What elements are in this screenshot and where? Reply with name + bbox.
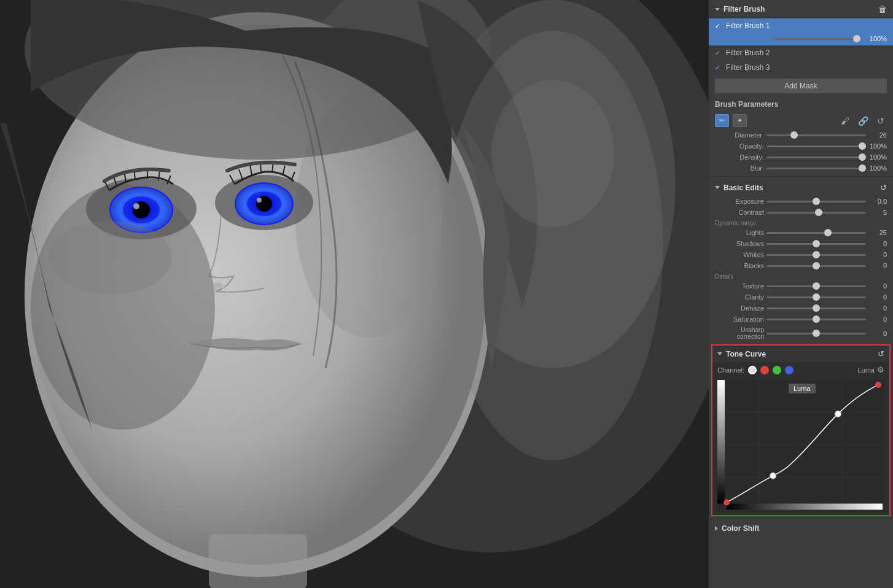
luma-label: Luma [857, 366, 875, 374]
saturation-row: Saturation 0 [709, 314, 893, 325]
clarity-slider-container [766, 296, 866, 298]
exposure-slider-container [766, 201, 866, 203]
exposure-slider[interactable] [766, 201, 866, 203]
contrast-label: Contrast [715, 209, 764, 216]
lights-slider-container [766, 232, 866, 234]
filter-brush-3-item[interactable]: ✓ Filter Brush 3 [709, 60, 893, 75]
channel-label: Channel: [717, 366, 744, 374]
brush-params-section: Brush Parameters ✏ ✦ 🖌 🔗 ↺ Diameter: 26 … [709, 97, 893, 174]
unsharp-row: Unsharp correction 0 [709, 325, 893, 342]
blacks-slider-container [766, 265, 866, 267]
contrast-slider[interactable] [766, 212, 866, 214]
blacks-label: Blacks [715, 262, 764, 269]
blacks-slider[interactable] [766, 265, 866, 267]
lights-value: 25 [868, 229, 887, 236]
blur-label: Blur: [715, 164, 764, 172]
basic-edits-undo-icon[interactable]: ↺ [880, 183, 887, 192]
brush-opacity-slider[interactable] [774, 38, 860, 40]
opacity-slider[interactable] [766, 145, 866, 147]
curve-anchor-start[interactable] [723, 499, 730, 505]
unsharp-label: Unsharp correction [715, 327, 764, 340]
lights-label: Lights [715, 229, 764, 236]
channel-red-dot[interactable] [760, 366, 769, 374]
trash-icon[interactable]: 🗑 [878, 4, 887, 14]
saturation-value: 0 [868, 315, 887, 323]
add-mask-button[interactable]: Add Mask [715, 79, 887, 93]
svg-point-36 [49, 221, 172, 295]
details-label: Details [709, 271, 893, 280]
diameter-row: Diameter: 26 [709, 130, 893, 141]
clarity-slider[interactable] [766, 296, 866, 298]
whites-slider[interactable] [766, 254, 866, 256]
shadows-value: 0 [868, 240, 887, 247]
svg-rect-47 [727, 503, 883, 509]
channel-green-dot[interactable] [773, 366, 781, 374]
color-shift-collapse-icon[interactable] [715, 526, 718, 531]
dehaze-slider[interactable] [766, 308, 866, 309]
brush-paint-btn[interactable]: 🖌 [838, 115, 852, 127]
clarity-value: 0 [868, 293, 887, 301]
brush-tool-erase[interactable]: ✦ [733, 114, 747, 127]
saturation-slider[interactable] [766, 319, 866, 320]
svg-point-39 [491, 80, 614, 227]
brush-undo-btn[interactable]: ↺ [875, 115, 887, 127]
filter-brush-2-label: Filter Brush 2 [726, 48, 887, 57]
lights-slider[interactable] [766, 232, 866, 234]
density-slider-container [766, 157, 866, 158]
channel-white-dot[interactable] [748, 366, 757, 374]
filter-brush-1-item[interactable]: ✓ Filter Brush 1 [709, 18, 893, 33]
exposure-label: Exposure [715, 198, 764, 205]
channel-luma-row: Luma ⚙ [857, 365, 884, 374]
filter-brush-1-check: ✓ [715, 22, 722, 30]
curve-point-1[interactable] [770, 473, 776, 479]
curve-anchor-end[interactable] [875, 382, 881, 388]
brush-opacity-value: 100% [865, 35, 887, 42]
tone-curve-section: Tone Curve ↺ Channel: Luma ⚙ Luma [711, 344, 891, 516]
basic-edits-collapse-icon[interactable] [715, 186, 720, 189]
color-shift-title: Color Shift [722, 524, 759, 533]
brush-link-btn[interactable]: 🔗 [856, 115, 871, 127]
tone-curve-gear-icon[interactable]: ⚙ [877, 365, 884, 374]
filter-brush-3-check: ✓ [715, 64, 722, 72]
density-slider[interactable] [766, 157, 866, 158]
texture-label: Texture [715, 282, 764, 290]
clarity-label: Clarity [715, 293, 764, 301]
filter-brush-3-label: Filter Brush 3 [726, 63, 887, 72]
brush-tools-row: ✏ ✦ 🖌 🔗 ↺ [709, 112, 893, 130]
filter-brush-2-check: ✓ [715, 49, 722, 57]
shadows-slider[interactable] [766, 243, 866, 245]
dehaze-label: Dehaze [715, 304, 764, 312]
color-shift-section[interactable]: Color Shift [709, 519, 893, 538]
contrast-row: Contrast 5 [709, 207, 893, 218]
channel-blue-dot[interactable] [785, 366, 794, 374]
basic-edits-title: Basic Edits [723, 184, 763, 192]
whites-value: 0 [868, 251, 887, 258]
unsharp-value: 0 [868, 330, 887, 337]
diameter-slider[interactable] [766, 134, 866, 136]
shadows-slider-container [766, 243, 866, 245]
exposure-row: Exposure 0.0 [709, 196, 893, 207]
tone-curve-collapse-icon[interactable] [717, 352, 722, 355]
brush-tool-paint[interactable]: ✏ [715, 114, 729, 127]
density-row: Density: 100% [709, 152, 893, 163]
texture-slider[interactable] [766, 285, 866, 287]
tone-curve-svg[interactable] [717, 380, 884, 510]
blur-slider[interactable] [766, 168, 866, 169]
unsharp-slider[interactable] [766, 333, 866, 335]
filter-brush-collapse-icon[interactable] [715, 8, 720, 11]
curve-point-2[interactable] [835, 411, 841, 417]
brush-params-header: Brush Parameters [709, 97, 893, 112]
diameter-value: 26 [868, 131, 887, 139]
density-value: 100% [868, 153, 887, 161]
texture-value: 0 [868, 282, 887, 290]
unsharp-slider-container [766, 333, 866, 335]
basic-edits-section: Basic Edits ↺ Exposure 0.0 Contrast 5 Dy… [709, 179, 893, 342]
blur-row: Blur: 100% [709, 163, 893, 174]
shadows-label: Shadows [715, 240, 764, 247]
dehaze-value: 0 [868, 304, 887, 312]
svg-rect-46 [717, 380, 725, 503]
tone-curve-undo-icon[interactable]: ↺ [878, 349, 884, 358]
filter-brush-title-row: Filter Brush [715, 5, 765, 14]
filter-brush-2-item[interactable]: ✓ Filter Brush 2 [709, 45, 893, 60]
whites-slider-container [766, 254, 866, 256]
